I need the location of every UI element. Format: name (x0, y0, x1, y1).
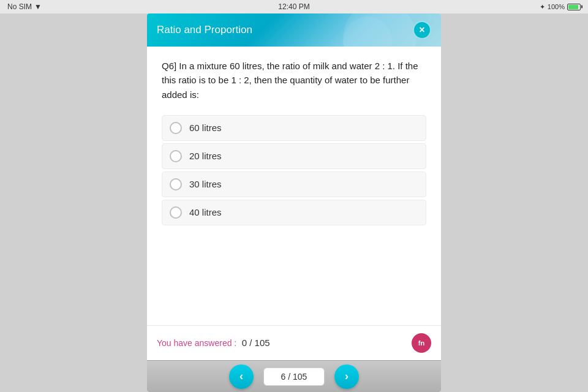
status-right: ✦ 100% (540, 3, 581, 11)
header-title: Ratio and Proportion (157, 24, 252, 36)
radio-b[interactable] (170, 150, 182, 162)
status-left: No SIM ▼ (7, 2, 42, 11)
prev-button[interactable]: ‹ (229, 364, 254, 389)
carrier-text: No SIM (7, 2, 32, 11)
close-icon: × (419, 25, 424, 35)
signal-icon: ▼ (34, 2, 42, 11)
battery-fill (568, 5, 578, 9)
option-c-text: 30 litres (189, 179, 222, 189)
answered-count: 0 / 105 (242, 337, 270, 348)
time-display: 12:40 PM (278, 2, 309, 11)
option-b[interactable]: 20 litres (162, 143, 426, 169)
next-button[interactable]: › (334, 364, 359, 389)
close-button[interactable]: × (413, 21, 431, 39)
navigation-bar: ‹ 6 / 105 › (147, 360, 441, 392)
option-a[interactable]: 60 litres (162, 115, 426, 141)
radio-c[interactable] (170, 178, 182, 190)
app-header: Ratio and Proportion × (147, 13, 441, 47)
question-number: Q6] (162, 61, 176, 71)
logo-text: fn (418, 339, 424, 347)
prev-icon: ‹ (239, 370, 243, 383)
answered-info: You have answered : 0 / 105 (157, 337, 270, 349)
question-text: Q6] In a mixture 60 litres, the ratio of… (162, 59, 426, 102)
option-d[interactable]: 40 litres (162, 200, 426, 225)
device-frame: Ratio and Proportion × Q6] In a mixture … (147, 13, 441, 392)
content-area: Q6] In a mixture 60 litres, the ratio of… (147, 47, 441, 325)
bluetooth-icon: ✦ (540, 3, 545, 11)
current-page: 6 (281, 372, 286, 382)
option-c[interactable]: 30 litres (162, 172, 426, 197)
page-sep: / (288, 372, 293, 382)
radio-d[interactable] (170, 206, 182, 219)
question-body: In a mixture 60 litres, the ratio of mil… (162, 61, 418, 100)
answered-total: 105 (255, 337, 270, 348)
battery-icon (567, 4, 581, 10)
answered-sep: / (249, 337, 254, 348)
option-b-text: 20 litres (189, 151, 222, 161)
option-d-text: 40 litres (189, 207, 222, 217)
radio-a[interactable] (170, 122, 182, 134)
footer-status: You have answered : 0 / 105 fn (147, 325, 441, 360)
answered-label: You have answered : (157, 338, 236, 348)
total-pages: 105 (293, 372, 307, 382)
option-a-text: 60 litres (189, 123, 222, 133)
next-icon: › (345, 370, 349, 383)
battery-percent: 100% (548, 3, 565, 10)
status-bar: No SIM ▼ 12:40 PM ✦ 100% (0, 0, 588, 13)
app-logo: fn (412, 333, 431, 353)
page-indicator: 6 / 105 (263, 368, 325, 386)
answered-value: 0 (242, 337, 247, 348)
options-list: 60 litres 20 litres 30 litres 40 litres (162, 115, 426, 225)
